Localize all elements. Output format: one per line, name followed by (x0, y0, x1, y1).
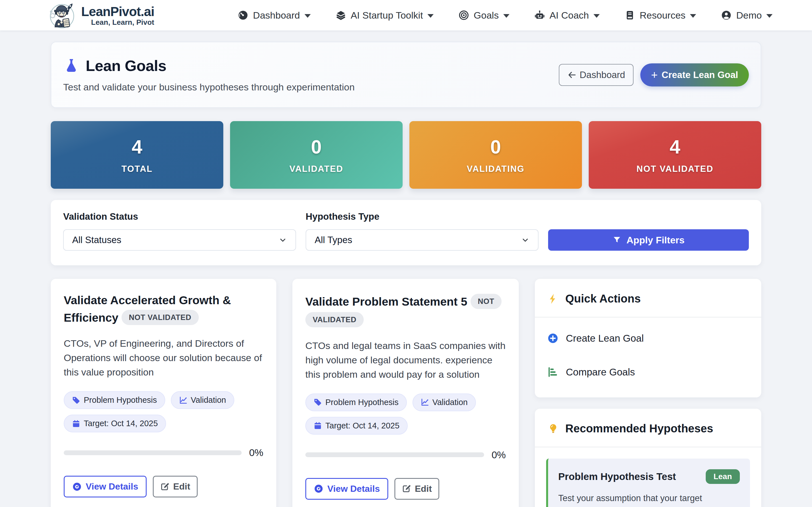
pencil-square-icon (402, 484, 411, 493)
chevron-down-icon (521, 236, 529, 244)
eye-icon (314, 484, 323, 494)
quick-action-compare-goals[interactable]: Compare Goals (535, 355, 761, 389)
chevron-down-icon (305, 14, 311, 18)
hypothesis-type-select[interactable]: All Types (306, 229, 539, 251)
flask-icon (63, 57, 80, 74)
top-navbar: LEAN STARTUP CANVAS LeanPivot.ai Lean, L… (0, 0, 812, 31)
progress-bar (64, 450, 242, 455)
hypothesis-card-description: Test your assumption that your target au… (558, 491, 740, 507)
chevron-down-icon (766, 14, 772, 18)
recommended-hypotheses-panel: Recommended Hypotheses Problem Hypothesi… (535, 409, 761, 507)
mascot-logo-icon: LEAN STARTUP CANVAS (48, 1, 76, 29)
progress-percent: 0% (249, 447, 263, 458)
graph-up-icon (179, 396, 188, 404)
chevron-down-icon (278, 236, 287, 244)
tag-validation: Validation (171, 391, 234, 409)
brand-logo[interactable]: LEAN STARTUP CANVAS LeanPivot.ai Lean, L… (48, 1, 154, 29)
view-details-button[interactable]: View Details (305, 478, 388, 500)
quick-actions-panel: Quick Actions Create Lean Goal Compare G… (535, 279, 761, 397)
page-header-panel: Lean Goals Test and validate your busine… (51, 42, 761, 108)
quick-actions-title: Quick Actions (565, 292, 641, 305)
create-lean-goal-button[interactable]: + Create Lean Goal (640, 63, 749, 87)
filters-panel: Validation Status All Statuses Hypothesi… (51, 200, 761, 265)
page-content: Lean Goals Test and validate your busine… (0, 31, 812, 507)
funnel-icon (612, 235, 621, 244)
arrow-left-icon (567, 70, 576, 79)
stat-card-validated: 0 VALIDATED (230, 121, 403, 189)
goal-description: CTOs and legal teams in SaaS companies w… (305, 339, 506, 382)
edit-button[interactable]: Edit (395, 478, 439, 500)
view-details-button[interactable]: View Details (64, 476, 147, 497)
person-circle-icon (721, 10, 732, 20)
chevron-down-icon (594, 14, 600, 18)
chevron-down-icon (690, 14, 696, 18)
stat-card-validating: 0 VALIDATING (409, 121, 582, 189)
validation-status-label: Validation Status (63, 211, 296, 222)
tag-validation: Validation (412, 393, 476, 411)
goal-card: Validate Problem Statement 5 NOT VALIDAT… (292, 279, 519, 507)
validation-status-select[interactable]: All Statuses (63, 229, 296, 251)
calendar-icon (313, 421, 322, 430)
lightning-icon (547, 293, 559, 305)
progress-percent: 0% (492, 449, 506, 460)
nav-item-ai-coach[interactable]: AI Coach (534, 10, 600, 21)
plus-circle-icon (547, 333, 559, 344)
layers-icon (336, 10, 346, 20)
back-to-dashboard-button[interactable]: Dashboard (559, 64, 633, 86)
goals-grid: Validate Accelerated Growth & Efficiency… (51, 279, 761, 507)
tag-problem-hypothesis: Problem Hypothesis (64, 391, 165, 409)
goal-title: Validate Problem Statement 5 (305, 295, 467, 308)
recommended-hypothesis-card[interactable]: Problem Hypothesis Test Lean Test your a… (546, 459, 750, 507)
progress-bar (305, 452, 484, 457)
lean-badge: Lean (706, 469, 740, 484)
tag-problem-hypothesis: Problem Hypothesis (305, 393, 407, 411)
right-sidebar: Quick Actions Create Lean Goal Compare G… (535, 279, 761, 507)
brand-name: LeanPivot.ai (81, 4, 154, 19)
tag-icon (72, 396, 80, 404)
tag-target-date: Target: Oct 14, 2025 (64, 414, 166, 432)
nav-item-resources[interactable]: Resources (624, 10, 696, 21)
goal-card: Validate Accelerated Growth & Efficiency… (51, 279, 276, 507)
nav-item-user-demo[interactable]: Demo (721, 10, 772, 21)
hypothesis-type-label: Hypothesis Type (306, 211, 539, 222)
bullseye-icon (458, 10, 469, 20)
status-badge: NOT VALIDATED (121, 310, 199, 325)
nav-item-ai-startup-toolkit[interactable]: AI Startup Toolkit (336, 10, 434, 21)
bar-chart-icon (547, 367, 559, 378)
stat-card-total: 4 TOTAL (51, 121, 223, 189)
tag-target-date: Target: Oct 14, 2025 (305, 417, 408, 435)
book-icon (624, 10, 635, 20)
stat-card-not-validated: 4 NOT VALIDATED (589, 121, 761, 189)
robot-icon (534, 10, 545, 20)
quick-action-create-lean-goal[interactable]: Create Lean Goal (535, 321, 761, 355)
edit-button[interactable]: Edit (153, 476, 197, 497)
apply-filters-button[interactable]: Apply Filters (548, 229, 749, 251)
tag-icon (313, 398, 322, 406)
pencil-square-icon (160, 482, 169, 491)
eye-icon (72, 482, 82, 492)
goal-description: CTOs, VP of Engineering, and Directors o… (64, 336, 263, 379)
nav-menu: Dashboard AI Startup Toolkit Goals AI Co… (238, 10, 772, 21)
graph-up-icon (421, 398, 429, 406)
hypothesis-card-title: Problem Hypothesis Test (558, 469, 676, 482)
plus-icon: + (651, 70, 658, 79)
stats-row: 4 TOTAL 0 VALIDATED 0 VALIDATING 4 NOT V… (51, 121, 761, 189)
nav-item-dashboard[interactable]: Dashboard (238, 10, 310, 21)
chevron-down-icon (503, 14, 509, 18)
chevron-down-icon (427, 14, 434, 18)
speedometer-icon (238, 10, 248, 20)
calendar-icon (72, 419, 80, 428)
recommended-hypotheses-title: Recommended Hypotheses (565, 422, 713, 435)
brand-tagline: Lean, Learn, Pivot (91, 18, 154, 27)
lightbulb-icon (547, 423, 559, 435)
page-subtitle: Test and validate your business hypothes… (63, 82, 355, 93)
nav-item-goals[interactable]: Goals (458, 10, 509, 21)
page-title: Lean Goals (86, 57, 166, 74)
